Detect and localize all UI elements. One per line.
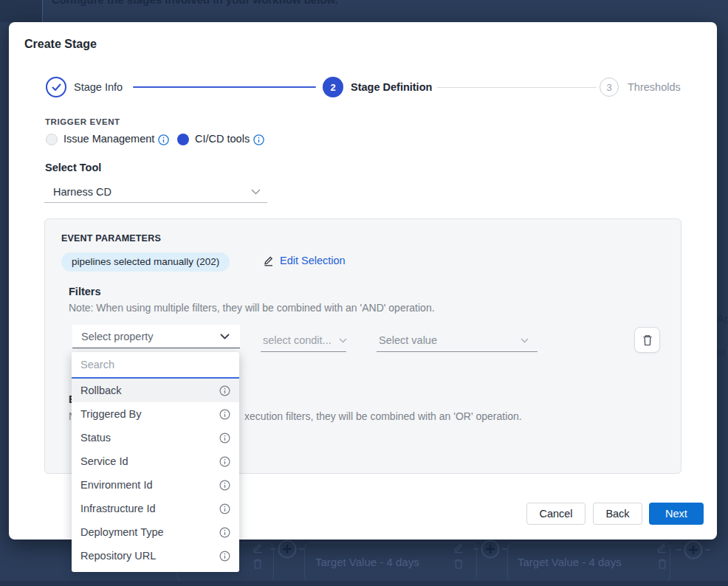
step-complete-indicator [46, 77, 66, 97]
backdrop-text-fragment: Ap [717, 313, 728, 325]
info-icon[interactable] [219, 551, 230, 562]
stepper-connector [437, 87, 597, 88]
dropdown-item-deployment-type[interactable]: Deployment Type [72, 520, 239, 544]
info-icon[interactable] [219, 480, 230, 491]
stepper-connector [133, 86, 316, 88]
check-icon [52, 83, 61, 92]
property-select-placeholder: Select property [81, 331, 154, 342]
chevron-down-icon[interactable] [251, 189, 261, 195]
info-icon[interactable] [158, 134, 169, 145]
radio-cicd-tools-label[interactable]: CI/CD tools [195, 133, 250, 145]
trigger-event-label: TRIGGER EVENT [45, 117, 120, 126]
cancel-button[interactable]: Cancel [526, 503, 586, 525]
chevron-down-icon[interactable] [339, 338, 347, 343]
dropdown-item-label: Service Id [80, 455, 128, 467]
add-stage-icon [684, 540, 703, 559]
connector-dash [705, 549, 710, 551]
back-button[interactable]: Back [593, 503, 642, 525]
edit-icon [263, 255, 275, 266]
step-number: 3 [606, 82, 611, 93]
connector-dash [473, 548, 478, 550]
dropdown-item-label: Infrastructure Id [80, 503, 156, 514]
backdrop-left-panel [0, 0, 42, 22]
dropdown-item-triggered-by[interactable]: Triggered By [72, 402, 239, 426]
radio-issue-management[interactable] [46, 134, 58, 145]
dropdown-item-label: Status [80, 432, 111, 444]
dropdown-item-infrastructure-id[interactable]: Infrastructure Id [72, 497, 239, 520]
backdrop-card-label: Target Value - 4 days [518, 556, 622, 568]
edit-icon [656, 542, 667, 554]
modal-title: Create Stage [24, 38, 97, 51]
dropdown-item-environment-id[interactable]: Environment Id [72, 473, 239, 497]
edit-selection-label: Edit Selection [280, 255, 346, 266]
backdrop-footer-strip [0, 581, 728, 586]
dropdown-item-label: Repository URL [80, 550, 156, 562]
radio-issue-management-label[interactable]: Issue Management [63, 133, 154, 145]
trash-icon [252, 558, 264, 570]
dropdown-search-row [72, 352, 239, 379]
delete-filter-button[interactable] [634, 327, 660, 353]
info-icon[interactable] [219, 527, 230, 538]
tool-select-value[interactable]: Harness CD [53, 186, 111, 198]
dropdown-item-label: Rollback [80, 385, 122, 396]
step-upcoming-indicator: 3 [600, 77, 619, 97]
dropdown-item-status[interactable]: Status [72, 426, 239, 449]
step-label-stage-definition: Stage Definition [351, 81, 432, 93]
info-icon[interactable] [219, 456, 230, 467]
tool-select-underline [44, 202, 267, 203]
backdrop-subtitle: Configure the stages involved in your wo… [52, 0, 338, 6]
dropdown-item-label: Triggered By [80, 408, 141, 420]
chevron-down-icon[interactable] [521, 338, 529, 343]
connector-dash [502, 548, 507, 550]
dropdown-item-service-id[interactable]: Service Id [72, 449, 239, 473]
backdrop-divider [42, 0, 43, 22]
connector-dash [676, 549, 681, 551]
event-parameters-heading: EVENT PARAMETERS [61, 233, 161, 244]
step-label-stage-info: Stage Info [74, 81, 123, 93]
dropdown-item-repository-url[interactable]: Repository URL [72, 544, 239, 568]
dropdown-item-label: Environment Id [80, 479, 153, 491]
value-select-underline [377, 351, 538, 352]
info-icon[interactable] [219, 409, 230, 420]
add-stage-icon [278, 540, 297, 559]
info-icon[interactable] [253, 134, 264, 145]
property-dropdown-menu: Rollback Triggered By Status Service Id … [72, 352, 239, 572]
pipelines-selected-chip: pipelines selected manually (202) [61, 252, 230, 272]
trash-icon [642, 334, 653, 346]
filters-heading: Filters [69, 286, 101, 297]
info-icon[interactable] [219, 432, 230, 444]
condition-select-underline [261, 351, 346, 352]
dropdown-item-rollback[interactable]: Rollback [72, 379, 239, 402]
backdrop-text-fragment: et [717, 347, 726, 359]
search-input[interactable] [72, 359, 239, 370]
condition-select[interactable]: select condit... [263, 334, 332, 346]
add-stage-icon [481, 540, 500, 559]
property-select[interactable]: Select property [72, 325, 240, 348]
edit-icon [252, 542, 264, 554]
trash-icon [656, 558, 668, 570]
backdrop-card-label: Target Value - 4 days [315, 556, 419, 568]
filters-note: Note: When using multiple filters, they … [69, 302, 435, 314]
connector-dash [270, 548, 275, 550]
value-select[interactable]: Select value [379, 334, 437, 346]
execution-filters-note-fragment: xecution filters, they will be combined … [244, 410, 522, 422]
info-icon[interactable] [219, 503, 230, 514]
chevron-down-icon [220, 334, 230, 339]
dropdown-item-label: Deployment Type [80, 526, 164, 538]
radio-cicd-tools[interactable] [177, 134, 189, 145]
step-label-thresholds: Thresholds [628, 81, 681, 93]
select-tool-label: Select Tool [45, 162, 101, 173]
step-active-indicator: 2 [323, 77, 343, 97]
connector-dash [299, 548, 304, 550]
trash-icon [453, 558, 464, 570]
step-number: 2 [330, 82, 335, 93]
edit-icon [453, 542, 464, 554]
edit-selection-link[interactable]: Edit Selection [263, 255, 346, 266]
info-icon[interactable] [219, 385, 230, 396]
next-button[interactable]: Next [649, 503, 704, 525]
